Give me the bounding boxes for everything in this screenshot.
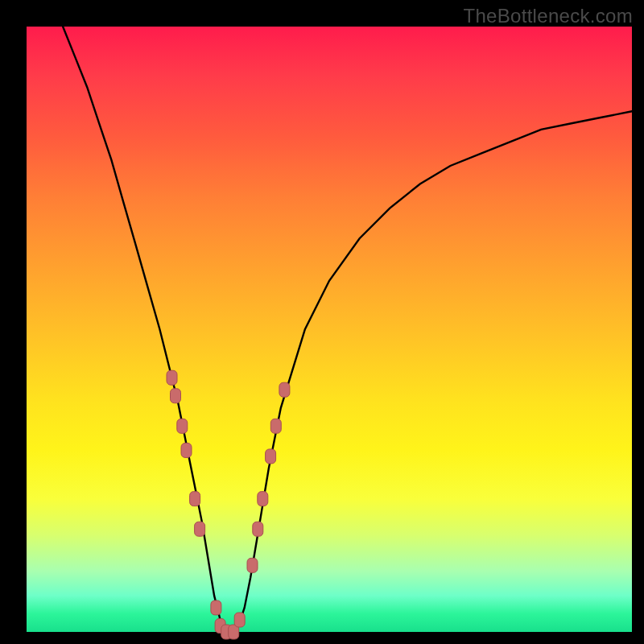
chart-svg [27, 27, 632, 632]
plot-area [27, 27, 632, 632]
curve-marker [211, 601, 221, 615]
curve-marker [167, 370, 177, 385]
curve-markers [167, 370, 290, 639]
curve-marker [258, 492, 268, 506]
curve-marker [181, 443, 192, 457]
curve-marker [253, 522, 263, 536]
bottleneck-curve [63, 27, 632, 632]
watermark-text: TheBottleneck.com [463, 5, 633, 27]
curve-marker [247, 558, 258, 572]
curve-marker [195, 522, 205, 536]
curve-marker [266, 449, 276, 464]
curve-marker [279, 382, 290, 397]
chart-frame: TheBottleneck.com [0, 0, 644, 644]
curve-marker [177, 419, 188, 433]
curve-marker [270, 419, 281, 433]
curve-marker [190, 492, 200, 506]
curve-marker [171, 389, 181, 403]
curve-marker [234, 613, 245, 627]
